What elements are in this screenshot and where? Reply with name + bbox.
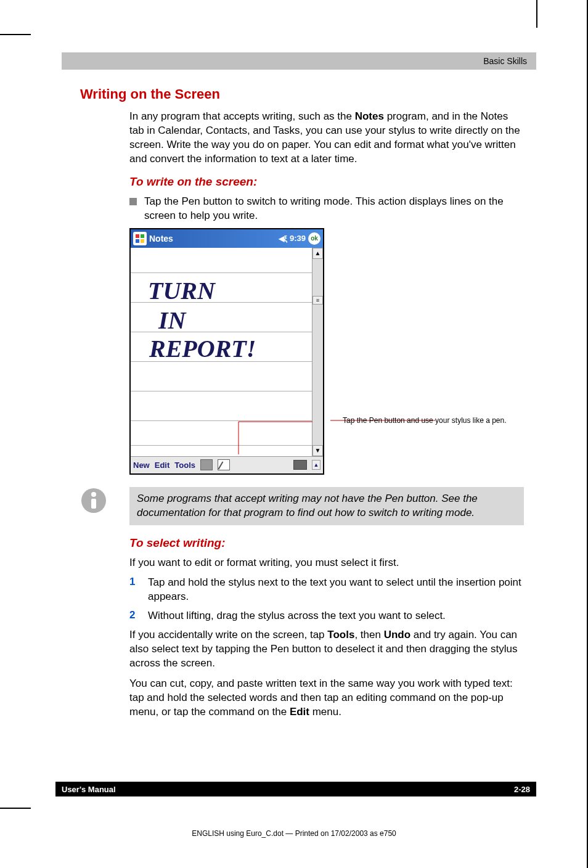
handwriting-line: REPORT! xyxy=(149,334,256,363)
select-intro: If you want to edit or format writing, y… xyxy=(129,556,524,570)
scroll-down-button[interactable]: ▼ xyxy=(312,445,323,456)
header-bar: Basic Skills xyxy=(62,52,536,70)
pda-screenshot: Notes ◀ξ 9:39 ok xyxy=(129,228,324,475)
print-info: ENGLISH using Euro_C.dot — Printed on 17… xyxy=(0,829,588,838)
recorder-icon[interactable] xyxy=(200,459,213,470)
menu-new[interactable]: New xyxy=(133,461,150,470)
footer-page: 2-28 xyxy=(514,785,530,794)
subhead-write: To write on the screen: xyxy=(129,175,524,189)
step-number: 2 xyxy=(129,609,141,623)
screenshot-figure: Notes ◀ξ 9:39 ok xyxy=(129,228,524,475)
footer-left: User's Manual xyxy=(62,785,116,794)
undo-paragraph: If you accidentally write on the screen,… xyxy=(129,628,524,671)
handwriting-line: TURN xyxy=(148,276,215,305)
speaker-icon[interactable]: ◀ξ xyxy=(279,234,287,243)
windows-logo-icon[interactable] xyxy=(133,232,147,245)
step-number: 1 xyxy=(129,576,141,604)
header-section: Basic Skills xyxy=(483,56,527,66)
scrollbar[interactable]: ▲ ≡ ▼ xyxy=(312,248,323,456)
pda-app-title: Notes xyxy=(149,234,276,244)
menu-tools[interactable]: Tools xyxy=(174,461,195,470)
scroll-track[interactable]: ≡ xyxy=(312,259,323,445)
page: Basic Skills Writing on the Screen In an… xyxy=(0,0,588,868)
svg-rect-2 xyxy=(136,239,139,243)
svg-rect-3 xyxy=(141,239,144,243)
bullet-square-icon xyxy=(129,198,137,205)
note-canvas[interactable]: TURN IN REPORT! xyxy=(131,248,312,456)
note-area: TURN IN REPORT! ▲ ≡ xyxy=(131,248,323,456)
crop-mark xyxy=(536,0,537,28)
crop-mark xyxy=(0,34,31,35)
step-text: Tap and hold the stylus next to the text… xyxy=(148,576,524,604)
svg-rect-0 xyxy=(136,234,139,238)
handwriting-line: IN xyxy=(158,306,186,335)
info-box: Some programs that accept writing may no… xyxy=(129,487,524,525)
intro-paragraph: In any program that accepts writing, suc… xyxy=(129,110,524,166)
pda-clock: 9:39 xyxy=(290,234,306,243)
bullet-item: Tap the Pen button to switch to writing … xyxy=(129,195,524,223)
callout-connector xyxy=(330,228,435,475)
pda-bottombar: New Edit Tools ▲ xyxy=(131,456,323,473)
footer-bar: User's Manual 2-28 xyxy=(55,782,536,796)
menu-edit[interactable]: Edit xyxy=(155,461,170,470)
keyboard-icon[interactable] xyxy=(293,460,307,470)
scroll-grip-icon: ≡ xyxy=(312,296,323,305)
info-wrap: Some programs that accept writing may no… xyxy=(129,487,524,525)
svg-rect-1 xyxy=(141,234,144,238)
scroll-up-button[interactable]: ▲ xyxy=(312,248,323,259)
cut-paragraph: You can cut, copy, and paste written tex… xyxy=(129,677,524,719)
pda-titlebar: Notes ◀ξ 9:39 ok xyxy=(131,229,323,248)
info-icon xyxy=(80,487,107,514)
ruled-line xyxy=(131,420,312,421)
ruled-line xyxy=(131,391,312,391)
svg-rect-9 xyxy=(91,499,96,509)
svg-point-8 xyxy=(91,492,96,497)
step-item: 2 Without lifting, drag the stylus acros… xyxy=(129,609,524,623)
subhead-select: To select writing: xyxy=(129,536,524,550)
step-item: 1 Tap and hold the stylus next to the te… xyxy=(129,576,524,604)
callout-text: Tap the Pen button and use your stylus l… xyxy=(343,416,507,425)
pen-button-icon[interactable] xyxy=(218,459,230,470)
ruled-line xyxy=(131,445,312,446)
section-title: Writing on the Screen xyxy=(80,86,524,102)
step-text: Without lifting, drag the stylus across … xyxy=(148,609,446,623)
bullet-text: Tap the Pen button to switch to writing … xyxy=(144,195,524,223)
crop-mark xyxy=(0,808,31,809)
ruled-line xyxy=(131,272,312,273)
sip-up-button[interactable]: ▲ xyxy=(312,460,321,470)
ok-button[interactable]: ok xyxy=(308,232,321,245)
content: Writing on the Screen In any program tha… xyxy=(80,86,524,726)
